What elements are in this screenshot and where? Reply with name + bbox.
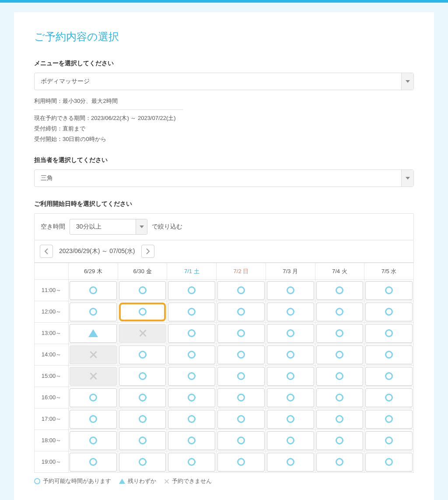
- filter-prefix: 空き時間: [41, 223, 65, 231]
- date-range-nav: 2023/06/29(木) ～ 07/05(水): [34, 240, 414, 263]
- available-slot[interactable]: [217, 410, 265, 429]
- available-slot[interactable]: [365, 345, 413, 364]
- available-slot[interactable]: [267, 324, 314, 343]
- circle-icon: [34, 478, 40, 484]
- unavailable-slot: [119, 324, 166, 343]
- available-slot[interactable]: [217, 324, 265, 343]
- available-slot[interactable]: [365, 367, 413, 386]
- available-slot[interactable]: [70, 281, 117, 300]
- available-slot[interactable]: [267, 281, 314, 300]
- dropdown-caret: [136, 219, 147, 234]
- available-slot[interactable]: [316, 431, 364, 450]
- available-slot[interactable]: [119, 388, 166, 407]
- duration-filter-select[interactable]: 30分以上: [70, 219, 147, 235]
- circle-icon: [237, 351, 245, 359]
- available-slot[interactable]: [119, 453, 166, 472]
- booking-period-info: 現在予約できる期間：2023/06/22(木) ～ 2023/07/22(土): [34, 114, 414, 122]
- dropdown-caret: [401, 170, 413, 187]
- circle-icon: [336, 372, 343, 380]
- unavailable-slot: [70, 367, 117, 386]
- available-slot[interactable]: [316, 410, 364, 429]
- available-slot[interactable]: [316, 453, 364, 472]
- time-label: 11:00～: [35, 280, 69, 301]
- available-slot[interactable]: [217, 281, 265, 300]
- available-slot[interactable]: [316, 324, 364, 343]
- available-slot[interactable]: [365, 410, 413, 429]
- datetime-section-label: ご利用開始日時を選択してください: [34, 200, 414, 208]
- day-header: 6/29 木: [69, 263, 118, 280]
- available-slot[interactable]: [168, 410, 215, 429]
- circle-icon: [89, 437, 97, 444]
- available-slot[interactable]: [217, 431, 265, 450]
- available-slot[interactable]: [365, 303, 413, 321]
- available-slot[interactable]: [316, 303, 364, 321]
- circle-icon: [336, 437, 343, 444]
- available-slot[interactable]: [267, 367, 314, 386]
- available-slot[interactable]: [168, 303, 215, 321]
- available-slot[interactable]: [316, 388, 364, 407]
- available-slot[interactable]: [168, 281, 215, 300]
- available-slot[interactable]: [119, 431, 166, 450]
- available-slot[interactable]: [70, 431, 117, 450]
- available-slot[interactable]: [70, 324, 117, 343]
- circle-icon: [139, 437, 147, 444]
- available-slot[interactable]: [365, 281, 413, 300]
- staff-section-label: 担当者を選択してください: [34, 156, 414, 164]
- circle-icon: [336, 351, 343, 359]
- next-week-button[interactable]: [141, 245, 154, 258]
- available-slot[interactable]: [168, 367, 215, 386]
- available-slot[interactable]: [217, 388, 265, 407]
- available-slot[interactable]: [267, 345, 314, 364]
- available-slot[interactable]: [119, 303, 166, 321]
- available-slot[interactable]: [267, 453, 314, 472]
- available-slot[interactable]: [70, 388, 117, 407]
- available-slot[interactable]: [119, 281, 166, 300]
- staff-select[interactable]: 三角: [34, 169, 414, 187]
- available-slot[interactable]: [365, 453, 413, 472]
- available-slot[interactable]: [119, 345, 166, 364]
- available-slot[interactable]: [168, 431, 215, 450]
- available-slot[interactable]: [316, 345, 364, 364]
- available-slot[interactable]: [365, 388, 413, 407]
- circle-icon: [237, 415, 245, 423]
- circle-icon: [139, 286, 147, 294]
- available-slot[interactable]: [267, 410, 314, 429]
- available-slot[interactable]: [217, 453, 265, 472]
- available-slot[interactable]: [119, 367, 166, 386]
- available-slot[interactable]: [316, 281, 364, 300]
- available-slot[interactable]: [217, 345, 265, 364]
- available-slot[interactable]: [365, 324, 413, 343]
- booking-panel: ご予約内容の選択 メニューを選択してください ボディマッサージ 利用時間：最小3…: [14, 12, 434, 500]
- available-slot[interactable]: [267, 303, 314, 321]
- availability-calendar: 6/29 木6/30 金7/1 土7/2 日7/3 月7/4 火7/5 水 11…: [34, 263, 414, 473]
- available-slot[interactable]: [267, 431, 314, 450]
- circle-icon: [336, 394, 343, 401]
- available-slot[interactable]: [168, 453, 215, 472]
- circle-icon: [139, 308, 147, 316]
- circle-icon: [336, 329, 343, 337]
- circle-icon: [237, 394, 245, 401]
- menu-select[interactable]: ボディマッサージ: [34, 73, 414, 90]
- available-slot[interactable]: [316, 367, 364, 386]
- available-slot[interactable]: [70, 410, 117, 429]
- available-slot[interactable]: [168, 345, 215, 364]
- prev-week-button[interactable]: [40, 245, 53, 258]
- available-slot[interactable]: [365, 431, 413, 450]
- circle-icon: [89, 415, 97, 423]
- available-slot[interactable]: [217, 303, 265, 321]
- available-slot[interactable]: [119, 410, 166, 429]
- available-slot[interactable]: [168, 324, 215, 343]
- circle-icon: [139, 351, 147, 359]
- circle-icon: [385, 372, 393, 380]
- chevron-down-icon: [140, 225, 144, 228]
- time-label: 17:00～: [35, 408, 69, 430]
- circle-icon: [237, 286, 245, 294]
- available-slot[interactable]: [217, 367, 265, 386]
- circle-icon: [188, 351, 196, 359]
- available-slot[interactable]: [70, 303, 117, 321]
- available-slot[interactable]: [70, 453, 117, 472]
- legend: 予約可能な時間があります 残りわずか 予約できません: [34, 477, 414, 485]
- circle-icon: [385, 351, 393, 359]
- available-slot[interactable]: [168, 388, 215, 407]
- available-slot[interactable]: [267, 388, 314, 407]
